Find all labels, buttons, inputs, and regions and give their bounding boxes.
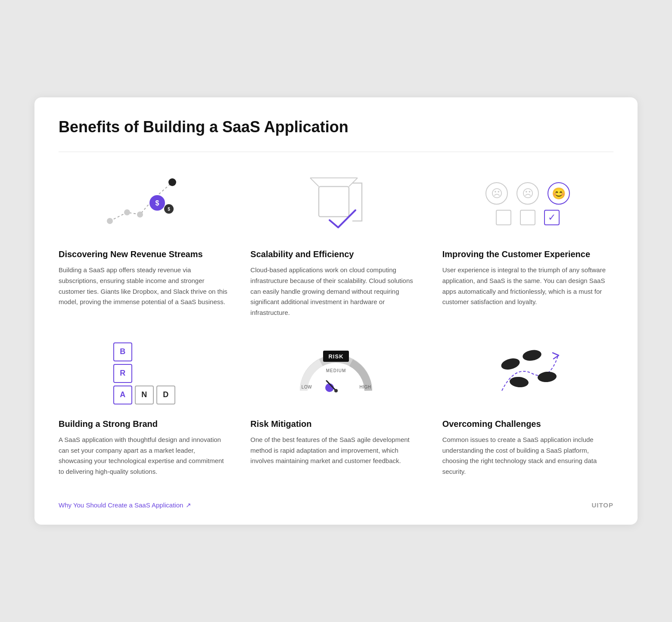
brand-b: B [113,342,132,361]
divider [59,152,613,152]
svg-text:$: $ [155,199,159,207]
brand-empty-1 [135,342,154,361]
cell-cx: ☹ ☹ 😊 ✓ Improving the Customer Experienc… [442,169,613,318]
risk-icon-area: RISK MEDIUM LOW HIGH [250,339,421,408]
challenges-body: Common issues to create a SaaS applicati… [442,435,613,477]
scalability-icon [306,174,366,234]
revenue-body: Building a SaaS app offers steady revenu… [59,265,230,308]
footer-brand: UITOP [591,501,613,509]
svg-point-21 [522,348,542,362]
page-footer: Why You Should Create a SaaS Application… [59,494,613,509]
svg-text:LOW: LOW [302,385,312,389]
svg-point-20 [500,357,521,372]
brand-icon: B R A N D [113,342,175,404]
cell-revenue: $ $ Discovering New Revenue Streams Buil… [59,169,230,318]
scalability-body: Cloud-based applications work on cloud c… [250,265,421,318]
challenges-title: Overcoming Challenges [442,418,613,429]
brand-body: A SaaS application with thoughtful desig… [59,435,230,477]
main-card: Benefits of Building a SaaS Application … [34,97,638,525]
footer-link-text: Why You Should Create a SaaS Application [59,501,183,509]
brand-icon-area: B R A N D [59,339,230,408]
svg-point-22 [509,376,529,388]
challenges-icon [489,343,566,404]
svg-point-3 [168,178,176,186]
svg-text:RISK: RISK [328,353,343,360]
revenue-icon: $ $ [101,174,187,234]
risk-title: Risk Mitigation [250,418,421,429]
svg-line-10 [349,178,358,187]
brand-n: N [135,386,154,404]
cell-scalability: Scalability and Efficiency Cloud-based a… [250,169,421,318]
brand-r: R [113,364,132,383]
brand-empty-3 [135,364,154,383]
risk-gauge: RISK MEDIUM LOW HIGH [297,350,375,397]
svg-text:MEDIUM: MEDIUM [326,368,346,373]
cx-icon: ☹ ☹ 😊 ✓ [485,182,570,225]
checkbox-2 [520,210,535,225]
svg-text:$: $ [168,207,170,211]
brand-title: Building a Strong Brand [59,418,230,429]
benefits-grid: $ $ Discovering New Revenue Streams Buil… [59,169,613,477]
cx-checkboxes-row: ✓ [496,210,560,225]
challenges-icon-area [442,339,613,408]
footer-link[interactable]: Why You Should Create a SaaS Application… [59,501,191,509]
svg-point-2 [137,211,143,218]
cell-brand: B R A N D Building a Strong Brand A SaaS… [59,339,230,477]
revenue-icon-area: $ $ [59,169,230,238]
scalability-title: Scalability and Efficiency [250,249,421,260]
footer-link-arrow: ↗ [186,501,191,509]
checkbox-1 [496,210,511,225]
svg-point-0 [107,218,113,224]
svg-line-9 [310,178,319,187]
brand-empty-2 [156,342,175,361]
cell-risk: RISK MEDIUM LOW HIGH Risk M [250,339,421,477]
revenue-title: Discovering New Revenue Streams [59,249,230,260]
brand-empty-4 [156,364,175,383]
brand-a: A [113,386,132,404]
cx-body: User experience is integral to the trium… [442,265,613,308]
scalability-icon-area [250,169,421,238]
cx-icon-area: ☹ ☹ 😊 ✓ [442,169,613,238]
gauge-svg: RISK MEDIUM LOW HIGH [297,350,375,397]
svg-point-1 [124,209,130,215]
svg-text:HIGH: HIGH [359,385,371,389]
face-sad-1: ☹ [485,182,508,205]
checkbox-checked: ✓ [544,210,560,225]
risk-body: One of the best features of the SaaS agi… [250,435,421,466]
face-happy: 😊 [548,182,570,205]
brand-d: D [156,386,175,404]
cx-faces-row: ☹ ☹ 😊 [485,182,570,205]
svg-point-23 [537,371,557,383]
svg-rect-8 [319,187,349,217]
face-sad-2: ☹ [516,182,539,205]
cell-challenges: Overcoming Challenges Common issues to c… [442,339,613,477]
page-title: Benefits of Building a SaaS Application [59,118,613,136]
svg-point-19 [334,389,338,392]
cx-title: Improving the Customer Experience [442,249,613,260]
